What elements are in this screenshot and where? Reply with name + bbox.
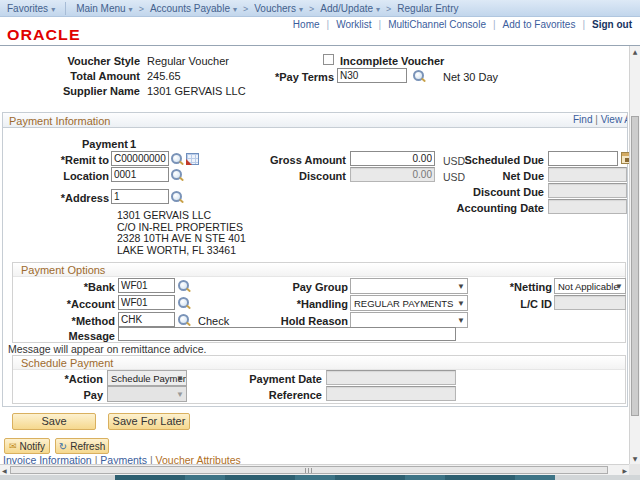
crumb-accounts-payable[interactable]: Accounts Payable: [150, 3, 237, 14]
address-lookup-icon[interactable]: [171, 191, 185, 205]
favorites-label: Favorites: [7, 3, 48, 14]
crumb-regular-entry: Regular Entry: [397, 3, 458, 14]
menu-favorites[interactable]: Favorites: [7, 3, 55, 14]
location-input[interactable]: [111, 167, 169, 182]
method-label: *Method: [40, 315, 115, 327]
total-amount-label: Total Amount: [30, 70, 140, 82]
supplier-name-value: 1301 GERVAIS LLC: [147, 85, 246, 97]
divider: [327, 19, 330, 30]
schedule-payment-header: Schedule Payment: [13, 356, 625, 370]
scroll-up-icon[interactable]: ▲: [630, 48, 640, 55]
horizontal-scrollbar-thumb[interactable]: [10, 466, 608, 474]
main-menu-label: Main Menu: [76, 3, 125, 14]
method-input[interactable]: [118, 312, 175, 327]
chevron-down-icon: [373, 3, 380, 14]
bank-label: *Bank: [40, 281, 115, 293]
accounting-date-label: Accounting Date: [444, 202, 544, 214]
netting-select[interactable]: Not Applicable▼: [554, 278, 626, 294]
discount-due-label: Discount Due: [444, 186, 544, 198]
link-multichannel-console[interactable]: MultiChannel Console: [388, 19, 486, 30]
net-due-field: [548, 167, 627, 182]
dropdown-arrow-icon: ▼: [176, 374, 184, 383]
method-lookup-icon[interactable]: [178, 314, 192, 328]
vertical-scrollbar-thumb[interactable]: [631, 116, 639, 416]
scheduled-due-input[interactable]: [548, 151, 618, 166]
oracle-logo: ORACLE: [7, 27, 81, 44]
address-input[interactable]: [111, 189, 169, 204]
remit-to-lookup-icon[interactable]: [171, 153, 185, 167]
scheduled-due-label: Scheduled Due: [444, 154, 544, 166]
account-label: *Account: [40, 298, 115, 310]
breadcrumb-separator: [309, 3, 314, 14]
chevron-down-icon: [230, 3, 237, 14]
breadcrumb: Favorites Main Menu Accounts Payable Vou…: [0, 0, 640, 17]
pay-group-label: Pay Group: [248, 281, 348, 293]
horizontal-scrollbar[interactable]: ◀ ▶: [0, 464, 629, 475]
pay-terms-lookup-icon[interactable]: [413, 70, 427, 84]
location-label: Location: [30, 170, 109, 182]
scroll-down-icon[interactable]: ▼: [630, 455, 640, 462]
bank-lookup-icon[interactable]: [178, 280, 192, 294]
peoplesoft-voucher-page: Favorites Main Menu Accounts Payable Vou…: [0, 0, 640, 480]
account-input[interactable]: [118, 295, 175, 310]
link-add-to-favorites[interactable]: Add to Favorites: [503, 19, 576, 30]
dropdown-arrow-icon: ▼: [176, 390, 184, 399]
handling-select[interactable]: REGULAR PAYMENTS▼: [350, 295, 468, 311]
save-button[interactable]: Save: [12, 413, 96, 430]
remit-to-label: *Remit to: [30, 154, 109, 166]
action-select[interactable]: Schedule Paymen▼: [107, 370, 187, 386]
action-label: *Action: [28, 373, 103, 385]
crumb-vouchers[interactable]: Vouchers: [254, 3, 303, 14]
save-for-later-button[interactable]: Save For Later: [108, 413, 190, 430]
reference-label: Reference: [222, 389, 322, 401]
vertical-scrollbar[interactable]: ▲ ▼: [629, 46, 640, 464]
refresh-button[interactable]: ↻Refresh: [55, 438, 109, 454]
find-link[interactable]: Find: [573, 114, 592, 125]
scrollbar-grip: [305, 468, 313, 473]
scroll-left-icon[interactable]: ◀: [2, 467, 7, 474]
account-lookup-icon[interactable]: [178, 297, 192, 311]
view-all-link[interactable]: View All: [601, 114, 627, 125]
divider: [65, 2, 66, 15]
hold-reason-select[interactable]: ▼: [350, 312, 468, 328]
scroll-right-icon[interactable]: ▶: [622, 467, 627, 474]
divider: [493, 19, 496, 30]
payment-options-header: Payment Options: [13, 263, 625, 277]
refresh-icon: ↻: [59, 442, 67, 451]
payment-label: Payment: [82, 138, 132, 150]
address-line: 2328 10TH AVE N STE 401: [117, 233, 246, 245]
address-line: LAKE WORTH, FL 33461: [117, 245, 246, 257]
chevron-down-icon: [126, 3, 133, 14]
payment-options-title: Payment Options: [21, 264, 105, 276]
hold-reason-label: Hold Reason: [248, 315, 348, 327]
location-lookup-icon[interactable]: [171, 169, 185, 183]
discount-label: Discount: [246, 170, 346, 182]
gross-amount-input[interactable]: [350, 151, 435, 166]
divider: [379, 19, 382, 30]
menu-main-menu[interactable]: Main Menu: [76, 3, 132, 14]
pay-label: Pay: [28, 389, 103, 401]
content-frame-border: [0, 45, 640, 46]
supplier-name-label: Supplier Name: [30, 85, 140, 97]
notify-button[interactable]: ✉Notify: [4, 438, 50, 454]
bottom-edge-strip: [0, 475, 640, 480]
reference-field: [326, 386, 456, 401]
supplier-detail-icon[interactable]: [186, 153, 199, 165]
bank-input[interactable]: [118, 278, 175, 293]
net-due-label: Net Due: [444, 170, 544, 182]
dropdown-arrow-icon: ▼: [615, 282, 623, 291]
link-worklist[interactable]: Worklist: [336, 19, 371, 30]
link-home[interactable]: Home: [293, 19, 320, 30]
incomplete-voucher-checkbox[interactable]: [323, 54, 334, 65]
netting-label: *Netting: [472, 281, 552, 293]
header-links: Home Worklist MultiChannel Console Add t…: [293, 19, 632, 30]
pay-group-select[interactable]: ▼: [350, 278, 468, 294]
link-sign-out[interactable]: Sign out: [592, 19, 632, 30]
remit-to-input[interactable]: [111, 151, 169, 166]
pay-terms-input[interactable]: [337, 68, 407, 83]
message-input[interactable]: [118, 327, 456, 341]
crumb-add-update[interactable]: Add/Update: [320, 3, 380, 14]
voucher-style-label: Voucher Style: [30, 55, 140, 67]
lc-id-label: L/C ID: [472, 298, 552, 310]
find-viewall: Find | View All: [573, 114, 627, 125]
